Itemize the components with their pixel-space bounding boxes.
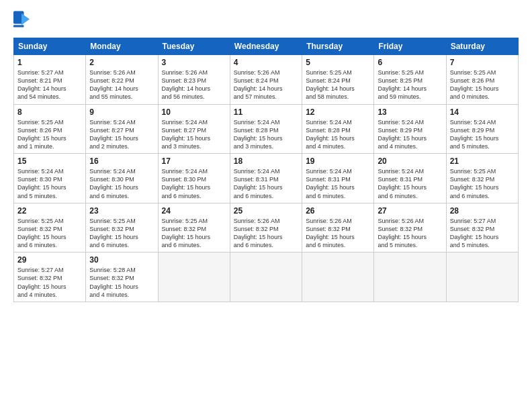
calendar-table: SundayMondayTuesdayWednesdayThursdayFrid…: [13, 38, 519, 302]
cell-info: Sunrise: 5:25 AMSunset: 8:25 PMDaylight:…: [378, 68, 442, 101]
page: SundayMondayTuesdayWednesdayThursdayFrid…: [0, 0, 532, 411]
calendar-cell: 20Sunrise: 5:24 AMSunset: 8:31 PMDayligh…: [374, 154, 446, 203]
calendar-cell: 27Sunrise: 5:26 AMSunset: 8:32 PMDayligh…: [374, 203, 446, 253]
cell-info: Sunrise: 5:24 AMSunset: 8:27 PMDaylight:…: [162, 118, 226, 151]
day-number: 3: [162, 58, 226, 67]
calendar-cell: 12Sunrise: 5:24 AMSunset: 8:28 PMDayligh…: [302, 104, 374, 154]
calendar-cell: [446, 253, 518, 302]
calendar-week-row: 22Sunrise: 5:25 AMSunset: 8:32 PMDayligh…: [14, 203, 519, 253]
weekday-header-thursday: Thursday: [302, 38, 374, 55]
calendar-cell: 21Sunrise: 5:25 AMSunset: 8:32 PMDayligh…: [446, 154, 518, 203]
day-number: 24: [162, 206, 226, 216]
day-number: 22: [17, 206, 82, 216]
day-number: 12: [306, 107, 370, 117]
weekday-header-saturday: Saturday: [446, 38, 518, 55]
calendar-cell: [374, 253, 446, 302]
cell-info: Sunrise: 5:27 AMSunset: 8:21 PMDaylight:…: [17, 68, 82, 101]
calendar-cell: 24Sunrise: 5:25 AMSunset: 8:32 PMDayligh…: [158, 203, 230, 253]
day-number: 10: [162, 107, 226, 117]
day-number: 8: [17, 107, 82, 117]
weekday-header-wednesday: Wednesday: [230, 38, 302, 55]
calendar-cell: [230, 253, 302, 302]
calendar-cell: [158, 253, 230, 302]
day-number: 2: [89, 58, 154, 67]
day-number: 26: [306, 206, 370, 216]
day-number: 15: [17, 156, 82, 166]
day-number: 27: [378, 206, 442, 216]
weekday-header-tuesday: Tuesday: [158, 38, 230, 55]
calendar-cell: 5Sunrise: 5:25 AMSunset: 8:24 PMDaylight…: [302, 55, 374, 105]
day-number: 23: [89, 206, 154, 216]
day-number: 6: [378, 58, 442, 67]
cell-info: Sunrise: 5:24 AMSunset: 8:31 PMDaylight:…: [378, 167, 442, 200]
day-number: 28: [450, 206, 515, 216]
day-number: 30: [89, 255, 154, 265]
cell-info: Sunrise: 5:24 AMSunset: 8:27 PMDaylight:…: [89, 118, 154, 151]
day-number: 1: [17, 58, 82, 67]
svg-rect-2: [13, 25, 24, 27]
cell-info: Sunrise: 5:25 AMSunset: 8:32 PMDaylight:…: [162, 217, 226, 250]
day-number: 29: [17, 255, 82, 265]
day-number: 14: [450, 107, 515, 117]
calendar-cell: 19Sunrise: 5:24 AMSunset: 8:31 PMDayligh…: [302, 154, 374, 203]
calendar-week-row: 1Sunrise: 5:27 AMSunset: 8:21 PMDaylight…: [14, 55, 519, 105]
cell-info: Sunrise: 5:25 AMSunset: 8:26 PMDaylight:…: [17, 118, 82, 151]
cell-info: Sunrise: 5:27 AMSunset: 8:32 PMDaylight:…: [450, 217, 515, 250]
calendar-cell: 6Sunrise: 5:25 AMSunset: 8:25 PMDaylight…: [374, 55, 446, 105]
calendar-cell: 16Sunrise: 5:24 AMSunset: 8:30 PMDayligh…: [86, 154, 158, 203]
calendar-cell: 26Sunrise: 5:26 AMSunset: 8:32 PMDayligh…: [302, 203, 374, 253]
calendar-cell: 18Sunrise: 5:24 AMSunset: 8:31 PMDayligh…: [230, 154, 302, 203]
calendar-cell: 9Sunrise: 5:24 AMSunset: 8:27 PMDaylight…: [86, 104, 158, 154]
calendar-cell: 25Sunrise: 5:26 AMSunset: 8:32 PMDayligh…: [230, 203, 302, 253]
logo-icon: [13, 11, 30, 32]
day-number: 16: [89, 156, 154, 166]
cell-info: Sunrise: 5:25 AMSunset: 8:32 PMDaylight:…: [17, 217, 82, 250]
header: [13, 11, 519, 32]
day-number: 18: [234, 156, 298, 166]
cell-info: Sunrise: 5:26 AMSunset: 8:24 PMDaylight:…: [234, 68, 298, 101]
day-number: 17: [162, 156, 226, 166]
calendar-week-row: 29Sunrise: 5:27 AMSunset: 8:32 PMDayligh…: [14, 253, 519, 302]
cell-info: Sunrise: 5:24 AMSunset: 8:29 PMDaylight:…: [378, 118, 442, 151]
calendar-cell: 11Sunrise: 5:24 AMSunset: 8:28 PMDayligh…: [230, 104, 302, 154]
calendar-cell: [302, 253, 374, 302]
day-number: 25: [234, 206, 298, 216]
svg-marker-1: [21, 13, 30, 25]
day-number: 20: [378, 156, 442, 166]
cell-info: Sunrise: 5:24 AMSunset: 8:28 PMDaylight:…: [234, 118, 298, 151]
weekday-header-friday: Friday: [374, 38, 446, 55]
day-number: 5: [306, 58, 370, 67]
cell-info: Sunrise: 5:26 AMSunset: 8:32 PMDaylight:…: [306, 217, 370, 250]
calendar-cell: 7Sunrise: 5:25 AMSunset: 8:26 PMDaylight…: [446, 55, 518, 105]
calendar-cell: 30Sunrise: 5:28 AMSunset: 8:32 PMDayligh…: [86, 253, 158, 302]
cell-info: Sunrise: 5:26 AMSunset: 8:32 PMDaylight:…: [378, 217, 442, 250]
cell-info: Sunrise: 5:26 AMSunset: 8:22 PMDaylight:…: [89, 68, 154, 101]
weekday-header-sunday: Sunday: [14, 38, 86, 55]
cell-info: Sunrise: 5:24 AMSunset: 8:29 PMDaylight:…: [450, 118, 515, 151]
cell-info: Sunrise: 5:24 AMSunset: 8:30 PMDaylight:…: [17, 167, 82, 200]
day-number: 13: [378, 107, 442, 117]
cell-info: Sunrise: 5:24 AMSunset: 8:31 PMDaylight:…: [306, 167, 370, 200]
calendar-cell: 3Sunrise: 5:26 AMSunset: 8:23 PMDaylight…: [158, 55, 230, 105]
cell-info: Sunrise: 5:24 AMSunset: 8:30 PMDaylight:…: [162, 167, 226, 200]
calendar-cell: 23Sunrise: 5:25 AMSunset: 8:32 PMDayligh…: [86, 203, 158, 253]
calendar-cell: 2Sunrise: 5:26 AMSunset: 8:22 PMDaylight…: [86, 55, 158, 105]
calendar-cell: 1Sunrise: 5:27 AMSunset: 8:21 PMDaylight…: [14, 55, 86, 105]
weekday-header-monday: Monday: [86, 38, 158, 55]
calendar-cell: 10Sunrise: 5:24 AMSunset: 8:27 PMDayligh…: [158, 104, 230, 154]
calendar-cell: 28Sunrise: 5:27 AMSunset: 8:32 PMDayligh…: [446, 203, 518, 253]
calendar-cell: 8Sunrise: 5:25 AMSunset: 8:26 PMDaylight…: [14, 104, 86, 154]
cell-info: Sunrise: 5:24 AMSunset: 8:31 PMDaylight:…: [234, 167, 298, 200]
cell-info: Sunrise: 5:25 AMSunset: 8:32 PMDaylight:…: [89, 217, 154, 250]
calendar-cell: 29Sunrise: 5:27 AMSunset: 8:32 PMDayligh…: [14, 253, 86, 302]
cell-info: Sunrise: 5:28 AMSunset: 8:32 PMDaylight:…: [89, 266, 154, 299]
logo: [13, 11, 32, 32]
calendar-cell: 13Sunrise: 5:24 AMSunset: 8:29 PMDayligh…: [374, 104, 446, 154]
day-number: 9: [89, 107, 154, 117]
day-number: 21: [450, 156, 515, 166]
day-number: 11: [234, 107, 298, 117]
calendar-cell: 4Sunrise: 5:26 AMSunset: 8:24 PMDaylight…: [230, 55, 302, 105]
cell-info: Sunrise: 5:24 AMSunset: 8:28 PMDaylight:…: [306, 118, 370, 151]
cell-info: Sunrise: 5:25 AMSunset: 8:32 PMDaylight:…: [450, 167, 515, 200]
calendar-cell: 14Sunrise: 5:24 AMSunset: 8:29 PMDayligh…: [446, 104, 518, 154]
